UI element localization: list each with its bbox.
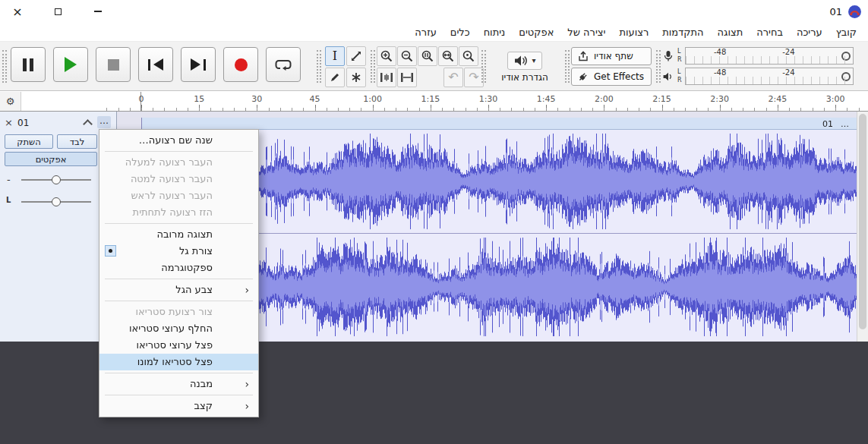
menu-separator <box>105 223 253 224</box>
timeline-ruler[interactable]: ⚙ 01530451:001:151:301:452:002:152:302:4… <box>0 92 868 112</box>
menu-separator <box>105 373 253 373</box>
context-menu-item-0[interactable]: שנה שם רצועה… <box>99 132 258 149</box>
toolbar-grip[interactable] <box>656 50 661 83</box>
get-effects-button[interactable]: Get Effects <box>571 68 652 86</box>
scrollbar-thumb[interactable] <box>859 114 866 329</box>
menu-item-1[interactable]: עריכה <box>790 25 829 39</box>
toolbar: I <box>0 42 868 91</box>
loop-button[interactable] <box>266 47 301 82</box>
undo-icon: ↶ <box>448 71 458 83</box>
menu-item-0[interactable]: קובץ <box>829 25 863 39</box>
ruler-tick <box>223 108 223 111</box>
multi-tool-button[interactable] <box>346 68 366 87</box>
clip-menu-button[interactable]: … <box>841 119 849 129</box>
gain-slider-knob[interactable] <box>52 175 61 184</box>
ruler-label: 2:45 <box>769 94 788 104</box>
toolbar-grip[interactable] <box>565 50 570 83</box>
zoom-out-button[interactable] <box>397 46 417 66</box>
ruler-label: 0 <box>139 94 144 104</box>
toolbar-grip[interactable] <box>317 50 321 83</box>
context-menu-item-8[interactable]: צורת גל <box>99 243 258 260</box>
record-button[interactable] <box>223 47 258 82</box>
minimize-window-button[interactable] <box>88 2 108 21</box>
draw-tool-icon <box>329 71 341 83</box>
context-menu-item-15[interactable]: פצל ערוצי סטריאו <box>99 337 258 354</box>
gear-icon: ⚙ <box>6 96 15 107</box>
skip-to-start-button[interactable] <box>138 47 173 82</box>
context-menu-item-20[interactable]: קצב› <box>99 398 258 414</box>
ruler-tick <box>466 108 466 111</box>
menu-item-7[interactable]: אפקטים <box>512 25 560 39</box>
envelope-tool-button[interactable] <box>346 46 366 66</box>
toolbar-grip[interactable] <box>2 50 7 83</box>
selection-tool-button[interactable]: I <box>325 46 345 66</box>
ruler-tick <box>153 108 153 111</box>
ruler-tick <box>557 108 558 111</box>
menu-item-8[interactable]: ניתוח <box>477 25 513 39</box>
ruler-tick <box>303 108 304 111</box>
menu-item-3[interactable]: תצוגה <box>711 25 750 39</box>
context-menu-item-9[interactable]: ספקטוגרמה <box>99 260 258 276</box>
pan-slider-knob[interactable] <box>52 197 61 206</box>
track-menu-button[interactable]: … <box>97 116 111 128</box>
effects-button[interactable]: אפקטים <box>5 152 97 166</box>
undo-button[interactable]: ↶ <box>443 68 463 87</box>
pause-button[interactable] <box>11 47 46 82</box>
zoom-in-button[interactable] <box>377 46 396 66</box>
draw-tool-button[interactable] <box>325 68 345 87</box>
playback-meter[interactable]: LR -48 -24 <box>662 67 854 86</box>
menu-bar: קובץעריכהבחירהתצוגההתקדמותרצועותיצירה של… <box>0 23 868 42</box>
trim-audio-button[interactable] <box>377 68 396 87</box>
audio-setup-button[interactable]: ▾ הגדרת אודיו <box>490 46 560 88</box>
ruler-label: 1:30 <box>479 94 498 104</box>
menu-item-4[interactable]: התקדמות <box>655 25 710 39</box>
maximize-window-button[interactable] <box>48 2 68 21</box>
ruler-tick <box>800 108 801 111</box>
ruler-tick <box>234 108 235 111</box>
zoom-toggle-button[interactable] <box>459 46 478 66</box>
menu-item-10[interactable]: עזרה <box>408 25 443 39</box>
record-meter[interactable]: LR -48 -24 <box>662 46 854 65</box>
timeline-options-button[interactable]: ⚙ <box>0 92 21 111</box>
stop-icon <box>108 59 119 71</box>
context-menu-item-11[interactable]: צבע הגל› <box>99 282 258 298</box>
stop-button[interactable] <box>96 47 131 82</box>
vertical-scrollbar[interactable] <box>857 112 868 342</box>
context-menu-item-14[interactable]: החלף ערוצי סטריאו <box>99 320 258 337</box>
multi-tool-icon <box>350 71 362 83</box>
zoom-project-button[interactable] <box>438 46 458 66</box>
context-menu-item-7[interactable]: תצוגה מרובה <box>99 226 258 243</box>
titlebar-right: 01 <box>829 5 868 19</box>
play-button[interactable] <box>53 47 88 82</box>
gain-slider[interactable] <box>21 175 91 185</box>
solo-button[interactable]: לבד <box>57 134 97 149</box>
audacity-logo-icon <box>847 5 862 19</box>
share-audio-button[interactable]: שתף אודיו <box>571 47 652 65</box>
playback-meter-bar[interactable]: -48 -24 <box>685 68 854 85</box>
collapse-chevron-icon[interactable] <box>83 119 93 129</box>
redo-icon: ↷ <box>469 71 478 83</box>
ruler-tick <box>546 108 547 111</box>
toolbar-grip[interactable] <box>371 50 375 83</box>
submenu-arrow-icon: › <box>245 398 249 414</box>
meter-clip-indicator-icon <box>841 52 851 61</box>
skip-to-end-button[interactable] <box>181 47 216 82</box>
pan-slider[interactable] <box>21 197 91 207</box>
zoom-selection-button[interactable] <box>418 46 437 66</box>
menu-item-5[interactable]: רצועות <box>612 25 655 39</box>
silence-audio-button[interactable] <box>397 68 417 87</box>
context-menu-item-16[interactable]: פצל סטריאו למונו <box>99 354 258 370</box>
toolbar-grip[interactable] <box>481 50 486 83</box>
loop-icon <box>274 58 292 71</box>
menu-item-2[interactable]: בחירה <box>750 25 790 39</box>
close-track-button[interactable]: × <box>5 118 13 128</box>
context-menu-item-18[interactable]: מבנה› <box>99 376 258 392</box>
ruler-tick <box>581 108 582 111</box>
menu-item-6[interactable]: יצירה של <box>560 25 612 39</box>
zoom-toggle-icon <box>462 49 475 63</box>
menu-item-9[interactable]: כלים <box>443 25 477 39</box>
track-name[interactable]: 01 <box>17 118 29 128</box>
record-meter-bar[interactable]: -48 -24 <box>685 47 854 65</box>
mute-button[interactable]: השתק <box>5 134 53 149</box>
close-window-button[interactable]: × <box>8 2 27 21</box>
